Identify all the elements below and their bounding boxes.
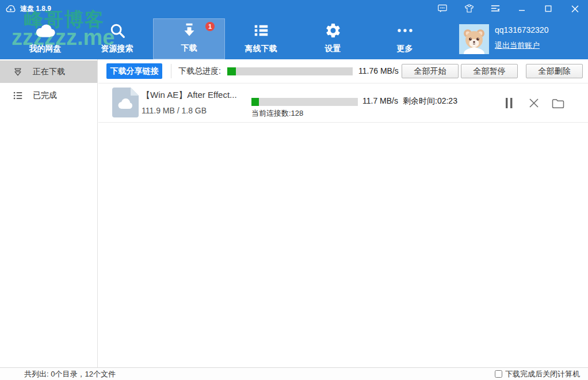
download-progress-bar	[251, 98, 358, 106]
gear-icon	[324, 20, 342, 41]
tab-my-drive[interactable]: 我的网盘	[9, 18, 81, 59]
toolbar-separator	[171, 64, 171, 78]
tab-label: 更多	[397, 44, 413, 54]
main-panel: 下载分享链接 下载总进度: 11.76 MB/s 全部开始 全部暂停 全部删除	[98, 59, 588, 367]
download-toolbar: 下载分享链接 下载总进度: 11.76 MB/s 全部开始 全部暂停 全部删除	[98, 59, 588, 83]
offline-list-icon	[253, 20, 270, 41]
tab-label: 离线下载	[245, 44, 277, 54]
download-remaining-time: 剩余时间:02:23	[403, 96, 457, 107]
user-block: qq1316732320 退出当前账户	[459, 24, 548, 54]
sidebar: 正在下载 已完成	[0, 59, 98, 367]
close-icon[interactable]	[526, 96, 541, 111]
download-row[interactable]: 【Win AE】After Effect... 111.9 MB / 1.8 G…	[98, 83, 588, 123]
top-bar: 峰哥博客 zzzzzz.me 速盘 1.8.9	[0, 0, 588, 59]
tab-label: 资源搜索	[101, 44, 133, 54]
status-bar: 共列出: 0个目录，12个文件 下载完成后关闭计算机	[0, 367, 588, 380]
minimize-icon[interactable]	[514, 0, 529, 17]
app-cloud-logo-icon	[6, 5, 16, 13]
avatar[interactable]	[459, 24, 489, 54]
tab-resource-search[interactable]: 资源搜索	[81, 18, 153, 59]
pause-all-button[interactable]: 全部暂停	[461, 64, 518, 78]
cloud-icon	[34, 20, 57, 41]
total-speed: 11.76 MB/s	[358, 59, 399, 83]
tab-label: 下载	[181, 43, 197, 54]
download-title: 【Win AE】After Effect...	[142, 90, 237, 101]
file-cloud-icon	[112, 88, 139, 120]
total-progress-label: 下载总进度:	[178, 59, 221, 83]
start-all-button[interactable]: 全部开始	[402, 64, 459, 78]
tasklist-icon[interactable]	[488, 0, 503, 17]
downloading-icon	[13, 67, 23, 77]
user-name: qq1316732320	[495, 25, 548, 35]
shutdown-option[interactable]: 下载完成后关闭计算机	[495, 369, 580, 379]
titlebar-controls	[423, 0, 582, 17]
download-size: 111.9 MB / 1.8 GB	[142, 106, 207, 115]
logout-link[interactable]: 退出当前账户	[495, 40, 540, 51]
more-dots-icon	[397, 20, 413, 41]
tab-label: 我的网盘	[29, 44, 62, 54]
app-window: 峰哥博客 zzzzzz.me 速盘 1.8.9	[0, 0, 588, 380]
tab-more[interactable]: 更多	[369, 18, 441, 59]
app-title: 速盘 1.8.9	[20, 4, 51, 14]
tab-offline-download[interactable]: 离线下载	[225, 18, 297, 59]
feedback-icon[interactable]	[435, 0, 450, 17]
shutdown-checkbox[interactable]	[495, 370, 502, 378]
delete-all-button[interactable]: 全部删除	[526, 64, 583, 78]
sidebar-item-downloading[interactable]: 正在下载	[0, 60, 97, 83]
theme-skin-icon[interactable]	[461, 0, 476, 17]
main-nav: 我的网盘 资源搜索 1 下载	[9, 18, 441, 59]
tab-download[interactable]: 1 下载	[153, 18, 225, 59]
user-info: qq1316732320 退出当前账户	[495, 24, 548, 54]
total-progress-bar	[227, 67, 353, 75]
tab-settings[interactable]: 设置	[297, 18, 369, 59]
tab-label: 设置	[325, 44, 341, 54]
search-icon	[109, 20, 126, 41]
download-connections: 当前连接数:128	[251, 108, 303, 119]
close-icon[interactable]	[567, 0, 582, 17]
pause-icon[interactable]	[502, 96, 517, 111]
sidebar-item-label: 已完成	[33, 90, 57, 101]
folder-icon[interactable]	[551, 96, 566, 111]
status-summary: 共列出: 0个目录，12个文件	[24, 369, 116, 379]
download-share-link-button[interactable]: 下载分享链接	[106, 63, 162, 79]
download-icon	[181, 20, 198, 40]
download-progress-fill	[251, 98, 259, 106]
shutdown-label: 下载完成后关闭计算机	[505, 369, 580, 379]
maximize-icon[interactable]	[541, 0, 556, 17]
download-badge: 1	[205, 22, 215, 31]
total-progress-fill	[227, 67, 236, 75]
completed-list-icon	[13, 90, 23, 101]
sidebar-item-label: 正在下载	[33, 67, 65, 77]
title-bar: 速盘 1.8.9	[0, 0, 588, 17]
download-speed: 11.7 MB/s	[362, 96, 398, 105]
sidebar-item-completed[interactable]: 已完成	[0, 84, 97, 107]
